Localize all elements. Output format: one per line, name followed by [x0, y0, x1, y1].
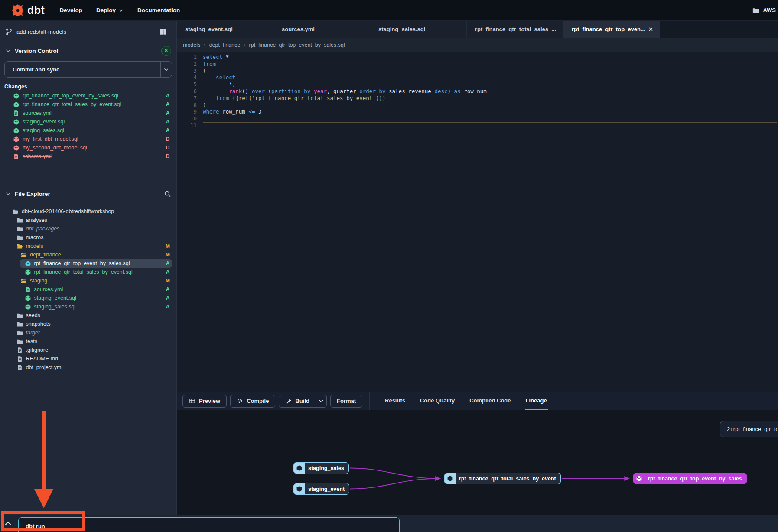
- tree-item[interactable]: dbt_packages: [0, 224, 176, 233]
- preview-button[interactable]: Preview: [182, 395, 227, 408]
- change-row[interactable]: my_first_dbt_model.sqlD: [0, 135, 176, 143]
- preview-button-main[interactable]: Preview: [183, 395, 226, 407]
- chevron-down-icon: [118, 8, 124, 13]
- editor-tab[interactable]: staging_event.sql: [177, 21, 273, 38]
- tree-item[interactable]: README.md: [0, 354, 176, 363]
- tree-item[interactable]: staging_sales.sqlA: [0, 302, 176, 311]
- line-number: 1: [177, 54, 197, 61]
- change-row[interactable]: sources.ymlA: [0, 109, 176, 117]
- tree-item[interactable]: .gitignore: [0, 346, 176, 354]
- commit-options-button[interactable]: [160, 62, 172, 77]
- line-number: 7: [177, 95, 197, 102]
- cube-icon: [296, 465, 303, 471]
- tab-code-quality[interactable]: Code Quality: [419, 392, 456, 410]
- tree-item-label: rpt_finance_qtr_top_event_by_sales.sql: [34, 260, 130, 266]
- lineage-node-rpt_top[interactable]: rpt_finance_qtr_top_event_by_sales: [633, 473, 747, 484]
- tree-item[interactable]: rpt_finance_qtr_top_event_by_sales.sqlA: [0, 259, 176, 268]
- tree-item[interactable]: target: [0, 328, 176, 337]
- lineage-filter-input[interactable]: 2+rpt_finance_qtr_to: [720, 421, 778, 437]
- button-label: Build: [295, 398, 309, 404]
- tree-item-label: dbt-cloud-201406-dbtredshiftworkshop: [22, 208, 114, 214]
- tree-item[interactable]: sources.ymlA: [0, 285, 176, 294]
- build-button-main[interactable]: Build: [279, 395, 316, 407]
- breadcrumb-item[interactable]: dept_finance: [209, 42, 241, 48]
- folder-icon: [16, 234, 23, 241]
- tree-item[interactable]: rpt_finance_qtr_total_sales_by_event.sql…: [0, 268, 176, 276]
- change-row[interactable]: schema.ymlD: [0, 152, 176, 161]
- breadcrumb-item[interactable]: rpt_finance_qtr_top_event_by_sales.sql: [249, 42, 345, 48]
- editor-tab[interactable]: staging_sales.sql: [370, 21, 467, 38]
- code-line: 11: [177, 122, 778, 129]
- dbt-logo[interactable]: dbt: [11, 4, 45, 17]
- command-input[interactable]: dbt run: [18, 517, 400, 532]
- search-icon[interactable]: [164, 190, 171, 198]
- editor-tab[interactable]: rpt_finance_qtr_top_even...: [563, 21, 660, 38]
- lineage-node-staging_sales[interactable]: staging_sales: [293, 462, 349, 474]
- lineage-node-staging_event[interactable]: staging_event: [293, 483, 349, 495]
- nav-item-deploy[interactable]: Deploy: [96, 7, 124, 13]
- change-row[interactable]: rpt_finance_qtr_top_event_by_sales.sqlA: [0, 91, 176, 100]
- tree-item[interactable]: seeds: [0, 311, 176, 320]
- tree-item[interactable]: staging_event.sqlA: [0, 294, 176, 302]
- branch-selector[interactable]: add-redshift-models: [0, 21, 176, 43]
- breadcrumb-item[interactable]: models: [183, 42, 200, 48]
- tab-results[interactable]: Results: [384, 392, 406, 410]
- tree-item[interactable]: tests: [0, 337, 176, 346]
- code-text: ): [203, 102, 206, 109]
- change-row[interactable]: staging_event.sqlA: [0, 117, 176, 126]
- commit-and-sync-button[interactable]: Commit and sync: [4, 61, 172, 78]
- dbt-logo-icon: [11, 4, 24, 17]
- docs-book-icon[interactable]: [159, 28, 167, 36]
- change-row[interactable]: rpt_finance_qtr_total_sales_by_event.sql…: [0, 100, 176, 109]
- change-row[interactable]: my_second_dbt_model.sqlD: [0, 143, 176, 152]
- tab-compiled-code[interactable]: Compiled Code: [469, 392, 511, 410]
- file-tree: dbt-cloud-201406-dbtredshiftworkshopanal…: [0, 202, 176, 515]
- compile-button[interactable]: Compile: [230, 395, 275, 408]
- tree-item-label: tests: [26, 338, 37, 344]
- format-button-main[interactable]: Format: [331, 395, 362, 407]
- compile-button-main[interactable]: Compile: [231, 395, 275, 407]
- tree-item[interactable]: analyses: [0, 216, 176, 224]
- cube-icon: [25, 295, 31, 302]
- tree-item-label: README.md: [26, 356, 58, 362]
- chevron-down-icon: [163, 67, 169, 72]
- code-editor[interactable]: 1select *2from3(4 select5 *,6 rank() ove…: [177, 52, 778, 392]
- file-explorer-header[interactable]: File Explorer: [0, 185, 176, 202]
- lineage-edges: [177, 410, 778, 515]
- line-number: 11: [177, 122, 197, 129]
- lineage-node-rpt_total[interactable]: rpt_finance_qtr_total_sales_by_event: [444, 473, 561, 484]
- line-number: 2: [177, 61, 197, 68]
- change-status: D: [165, 145, 171, 151]
- lineage-panel: staging_salesstaging_eventrpt_finance_qt…: [177, 410, 778, 515]
- account-aws[interactable]: AWS: [752, 6, 778, 14]
- tree-item[interactable]: dept_financeM: [0, 250, 176, 259]
- editor-tabbar: staging_event.sqlsources.ymlstaging_sale…: [177, 21, 778, 38]
- tree-item[interactable]: macros: [0, 233, 176, 242]
- tree-item[interactable]: dbt-cloud-201406-dbtredshiftworkshop: [0, 207, 176, 216]
- build-options-button[interactable]: [316, 395, 326, 407]
- tree-item[interactable]: snapshots: [0, 320, 176, 328]
- breadcrumb-separator: ›: [244, 42, 245, 48]
- change-row[interactable]: staging_sales.sqlA: [0, 126, 176, 135]
- editor-tab[interactable]: sources.yml: [273, 21, 370, 38]
- tab-lineage[interactable]: Lineage: [525, 392, 548, 410]
- commit-button-label: Commit and sync: [5, 62, 160, 77]
- folder-icon: [16, 226, 23, 232]
- folder-open-icon: [20, 252, 27, 258]
- version-control-title: Version Control: [15, 48, 59, 54]
- version-control-panel: Commit and sync Changes rpt_finance_qtr_…: [0, 58, 176, 185]
- tree-item[interactable]: dbt_project.yml: [0, 363, 176, 372]
- chevron-up-icon[interactable]: [4, 519, 12, 528]
- lineage-node-label: staging_sales: [305, 463, 348, 474]
- nav-item-develop[interactable]: Develop: [59, 7, 82, 13]
- cube-icon: [636, 475, 642, 482]
- version-control-header[interactable]: Version Control 8: [0, 43, 176, 58]
- nav-item-documentation[interactable]: Documentation: [137, 7, 180, 13]
- tree-item[interactable]: modelsM: [0, 242, 176, 250]
- editor-tab[interactable]: rpt_finance_qtr_total_sales_...: [467, 21, 563, 38]
- build-button[interactable]: Build: [279, 395, 327, 408]
- cube-icon: [296, 486, 303, 492]
- tree-item[interactable]: stagingM: [0, 276, 176, 285]
- format-button[interactable]: Format: [330, 395, 362, 408]
- code-line: 9where row_num <= 3: [177, 108, 778, 115]
